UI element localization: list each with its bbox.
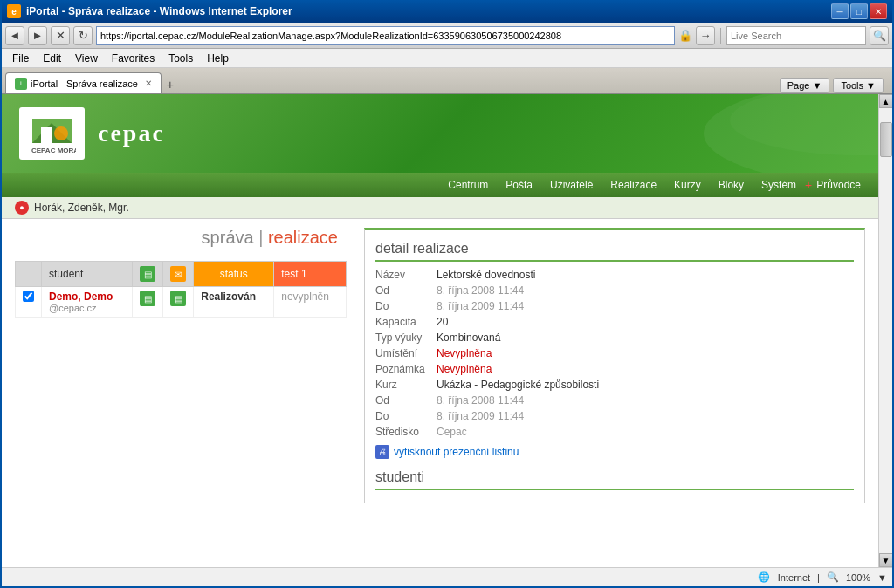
menu-file[interactable]: File xyxy=(5,51,36,66)
menu-edit[interactable]: Edit xyxy=(36,51,68,66)
detail-row: Typ výukyKombinovaná xyxy=(375,332,854,344)
header-decoration xyxy=(616,94,878,173)
row-note: nevyplněn xyxy=(274,287,347,318)
logo-box: CEPAC MORAVA xyxy=(19,107,85,160)
menu-view[interactable]: View xyxy=(68,51,105,66)
forward-button[interactable]: ► xyxy=(28,26,47,45)
detail-field-value: Kombinovaná xyxy=(437,332,500,344)
tab-favicon-icon: i xyxy=(15,78,27,90)
detail-row: Od8. října 2008 11:44 xyxy=(375,394,854,407)
detail-field-value: 8. října 2009 11:44 xyxy=(437,300,524,312)
tools-menu-button[interactable]: Tools ▼ xyxy=(833,78,884,93)
scroll-up-button[interactable]: ▲ xyxy=(879,94,893,108)
user-name: Horák, Zdeněk, Mgr. xyxy=(34,202,129,214)
th-checkbox xyxy=(16,262,42,287)
detail-rows: NázevLektorské dovednostiOd8. října 2008… xyxy=(375,269,854,438)
detail-row: KurzUkázka - Pedagogické způsobilosti xyxy=(375,379,854,391)
go-button[interactable]: → xyxy=(696,26,715,45)
menu-tools[interactable]: Tools xyxy=(162,51,200,66)
detail-row: Do8. října 2009 11:44 xyxy=(375,410,854,422)
detail-field-label: Typ výuky xyxy=(375,332,437,344)
separator: | xyxy=(817,572,820,583)
detail-row: Kapacita20 xyxy=(375,316,854,328)
svg-point-4 xyxy=(54,126,68,140)
table-action-icon-green[interactable]: ▤ xyxy=(140,266,155,282)
detail-field-value: Ukázka - Pedagogické způsobilosti xyxy=(437,379,599,391)
detail-field-label: Název xyxy=(375,269,437,281)
page-menu-button[interactable]: Page ▼ xyxy=(780,78,830,93)
menu-bar: File Edit View Favorites Tools Help xyxy=(2,49,892,68)
maximize-button[interactable]: □ xyxy=(850,3,868,19)
page-title: správa | realizace xyxy=(15,228,347,248)
detail-row: NázevLektorské dovednosti xyxy=(375,269,854,281)
close-button[interactable]: ✕ xyxy=(870,3,887,19)
row-checkbox[interactable] xyxy=(23,291,34,302)
scrollbar-thumb[interactable] xyxy=(880,122,892,157)
th-icon1: ▤ xyxy=(133,262,163,287)
students-section-title: studenti xyxy=(375,469,854,490)
print-link[interactable]: 🖨 vytisknout prezenční listinu xyxy=(375,445,854,459)
zoom-dropdown-icon[interactable]: ▼ xyxy=(877,572,887,583)
nav-uzivatele[interactable]: Uživatelé xyxy=(541,179,602,191)
search-input[interactable] xyxy=(726,26,866,45)
zoom-icon: 🔍 xyxy=(827,571,839,583)
detail-row: UmístěníNevyplněna xyxy=(375,347,854,359)
tab-close-icon[interactable]: ✕ xyxy=(145,79,152,88)
detail-title: detail realizace xyxy=(375,241,854,262)
svg-text:CEPAC MORAVA: CEPAC MORAVA xyxy=(31,147,76,154)
tab-label: iPortal - Správa realizace xyxy=(31,79,138,89)
scrollbar[interactable]: ▲ ▼ xyxy=(878,94,892,567)
status-bar: 🌐 Internet | 🔍 100% ▼ xyxy=(2,567,892,586)
main-content: správa | realizace student ▤ xyxy=(2,219,878,512)
row-icon-green2[interactable]: ▤ xyxy=(170,291,186,306)
search-go-button[interactable]: 🔍 xyxy=(870,26,889,45)
scroll-down-button[interactable]: ▼ xyxy=(879,553,893,567)
active-tab[interactable]: i iPortal - Správa realizace ✕ xyxy=(5,72,162,93)
stop-button[interactable]: ✕ xyxy=(51,26,70,45)
window-favicon: e xyxy=(7,4,21,18)
student-name[interactable]: Demo, Demo xyxy=(49,291,125,303)
row-icon1-cell: ▤ xyxy=(133,287,163,318)
detail-field-value: Nevyplněna xyxy=(437,363,492,375)
detail-field-value: 20 xyxy=(437,316,448,328)
new-tab-button[interactable]: + xyxy=(162,76,179,93)
address-bar[interactable] xyxy=(96,26,675,45)
table-action-icon-orange[interactable]: ✉ xyxy=(170,266,186,282)
row-status: Realizován xyxy=(194,287,274,318)
nav-bloky[interactable]: Bloky xyxy=(710,179,753,191)
nav-centrum[interactable]: Centrum xyxy=(439,179,497,191)
detail-field-value: 8. října 2008 11:44 xyxy=(437,394,524,407)
menu-favorites[interactable]: Favorites xyxy=(105,51,162,66)
nav-system[interactable]: Systém xyxy=(753,179,805,191)
print-icon: 🖨 xyxy=(375,445,389,459)
window-titlebar: e iPortal - Správa realizace - Windows I… xyxy=(2,0,892,23)
svg-rect-3 xyxy=(41,127,52,143)
iportal-header: CEPAC MORAVA cepac xyxy=(2,94,878,173)
nav-realizace[interactable]: Realizace xyxy=(602,179,665,191)
toolbar-separator xyxy=(720,28,721,44)
detail-row: Od8. října 2008 11:44 xyxy=(375,284,854,297)
nav-posta[interactable]: Pošta xyxy=(497,179,541,191)
th-student: student xyxy=(42,262,133,287)
menu-help[interactable]: Help xyxy=(200,51,236,66)
students-table: student ▤ ✉ status test 1 xyxy=(15,261,347,318)
nav-pruvodce[interactable]: Průvodce xyxy=(815,179,870,191)
nav-kurzy[interactable]: Kurzy xyxy=(665,179,710,191)
window-controls: ─ □ ✕ xyxy=(831,3,887,19)
detail-field-label: Umístění xyxy=(375,347,437,359)
detail-field-label: Do xyxy=(375,300,437,312)
tab-bar: i iPortal - Správa realizace ✕ + Page ▼ … xyxy=(2,68,892,94)
detail-section: detail realizace NázevLektorské dovednos… xyxy=(364,228,865,503)
th-icon2: ✉ xyxy=(163,262,194,287)
table-row: Demo, Demo @cepac.cz ▤ ▤ Realizován xyxy=(16,287,347,318)
row-checkbox-cell xyxy=(16,287,42,318)
back-button[interactable]: ◄ xyxy=(5,26,24,45)
detail-field-value: 8. října 2008 11:44 xyxy=(437,284,524,297)
row-icon-green[interactable]: ▤ xyxy=(140,291,155,306)
th-status: status xyxy=(194,262,274,287)
detail-field-label: Od xyxy=(375,284,437,297)
minimize-button[interactable]: ─ xyxy=(831,3,849,19)
refresh-button[interactable]: ↻ xyxy=(73,26,93,45)
print-link-text[interactable]: vytisknout prezenční listinu xyxy=(394,446,519,458)
browser-toolbar: ◄ ► ✕ ↻ 🔒 → 🔍 xyxy=(2,23,892,49)
